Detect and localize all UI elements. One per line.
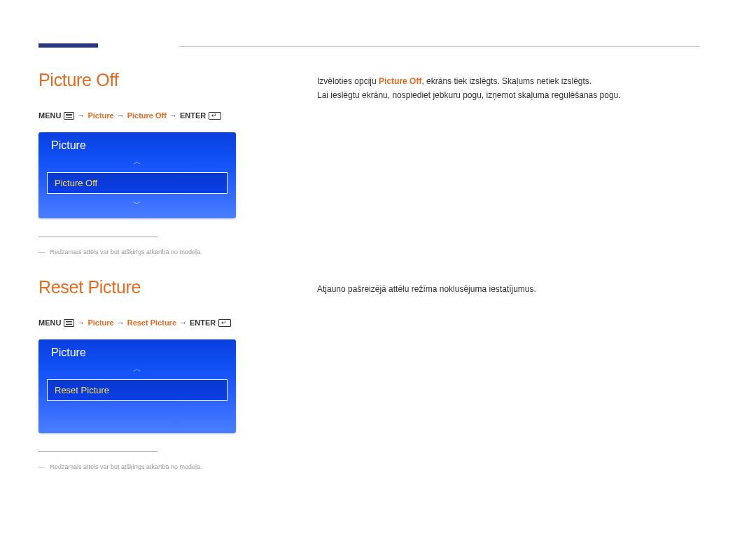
breadcrumb-item-picture: Picture <box>88 318 113 327</box>
arrow-up-holder: ︿ <box>38 155 236 169</box>
menu-selected-item-reset-picture[interactable]: Reset Picture <box>47 379 227 401</box>
breadcrumb-menu-label: MENU <box>38 318 61 327</box>
body-suffix: , ekrāns tiek izslēgts. Skaļums netiek i… <box>421 76 592 86</box>
body-prefix: Izvēloties opciju <box>317 76 379 86</box>
enter-icon <box>209 112 221 120</box>
breadcrumb-enter-label: ENTER <box>190 318 216 327</box>
disclaimer-text: Redzamais attēls var būt atšķirīgs atkar… <box>50 248 202 255</box>
arrow-right-icon: → <box>117 318 125 327</box>
section-reset-picture-description: Atjauno pašreizējā attēlu režīma noklusē… <box>317 282 699 296</box>
breadcrumb-picture-off: MENU → Picture → Picture Off → ENTER <box>38 111 290 120</box>
menu-icon <box>64 319 74 327</box>
breadcrumb-menu-label: MENU <box>38 111 61 120</box>
body-highlight: Picture Off <box>379 76 421 86</box>
disclaimer-row: ― Redzamais attēls var būt atšķirīgs atk… <box>38 459 290 472</box>
disclaimer-separator <box>38 451 158 452</box>
arrow-right-icon: → <box>77 318 85 327</box>
menu-icon <box>64 112 74 120</box>
section-picture-off-left: Picture Off MENU → Picture → Picture Off… <box>38 70 290 257</box>
menu-panel-reset-picture: Picture ︿ Reset Picture <box>38 339 236 433</box>
menu-panel-header: Picture <box>38 132 236 155</box>
chevron-down-icon[interactable]: ﹀ <box>133 198 141 210</box>
breadcrumb-item-reset-picture: Reset Picture <box>127 318 176 327</box>
menu-selected-item-picture-off[interactable]: Picture Off <box>47 172 227 194</box>
chevron-up-icon[interactable]: ︿ <box>133 363 141 375</box>
disclaimer-dash: ― <box>38 463 45 470</box>
section-title-picture-off: Picture Off <box>38 70 290 90</box>
header-divider-line <box>178 46 700 47</box>
disclaimer-dash: ― <box>38 248 45 255</box>
breadcrumb-item-picture-off: Picture Off <box>127 111 167 120</box>
chevron-up-icon[interactable]: ︿ <box>133 156 141 168</box>
arrow-down-holder: ﹀ <box>38 197 236 211</box>
breadcrumb-enter-label: ENTER <box>180 111 206 120</box>
disclaimer-separator <box>38 237 158 237</box>
disclaimer-row: ― Redzamais attēls var būt atšķirīgs atk… <box>38 244 290 257</box>
breadcrumb-reset-picture: MENU → Picture → Reset Picture → ENTER <box>38 318 290 327</box>
arrow-right-icon: → <box>77 111 85 120</box>
menu-panel-picture-off: Picture ︿ Picture Off ﹀ <box>38 132 236 218</box>
header-accent-bar <box>38 43 98 48</box>
section-title-reset-picture: Reset Picture <box>38 277 290 297</box>
body-text-line2: Lai ieslēgtu ekrānu, nospiediet jebkuru … <box>317 88 699 102</box>
section-reset-picture-left: Reset Picture MENU → Picture → Reset Pic… <box>38 277 290 472</box>
body-text-line1: Atjauno pašreizējā attēlu režīma noklusē… <box>317 282 699 296</box>
enter-icon <box>218 319 231 327</box>
arrow-right-icon: → <box>117 111 125 120</box>
arrow-up-holder: ︿ <box>38 362 236 377</box>
menu-panel-header: Picture <box>38 339 236 362</box>
body-text-line1: Izvēloties opciju Picture Off, ekrāns ti… <box>317 74 699 88</box>
section-picture-off-description: Izvēloties opciju Picture Off, ekrāns ti… <box>317 74 699 103</box>
breadcrumb-item-picture: Picture <box>88 111 113 120</box>
disclaimer-text: Redzamais attēls var būt atšķirīgs atkar… <box>50 463 202 470</box>
arrow-right-icon: → <box>169 111 177 120</box>
arrow-right-icon: → <box>179 318 187 327</box>
